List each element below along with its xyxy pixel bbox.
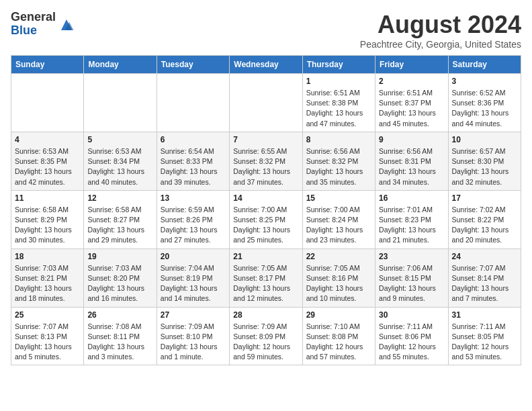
day-number: 26 <box>87 310 152 320</box>
day-cell: 7Sunrise: 6:55 AMSunset: 8:32 PMDaylight… <box>230 132 302 190</box>
day-number: 2 <box>379 77 444 86</box>
title-block: August 2024 Peachtree City, Georgia, Uni… <box>360 11 521 50</box>
day-info: Sunrise: 7:08 AMSunset: 8:11 PMDaylight:… <box>87 322 152 363</box>
day-info: Sunrise: 7:01 AMSunset: 8:23 PMDaylight:… <box>379 205 444 246</box>
day-info: Sunrise: 6:55 AMSunset: 8:32 PMDaylight:… <box>233 146 298 187</box>
day-cell <box>230 74 302 132</box>
day-info: Sunrise: 6:59 AMSunset: 8:26 PMDaylight:… <box>161 205 226 246</box>
day-info: Sunrise: 7:10 AMSunset: 8:08 PMDaylight:… <box>306 322 371 363</box>
day-cell: 26Sunrise: 7:08 AMSunset: 8:11 PMDayligh… <box>84 307 157 365</box>
day-cell: 15Sunrise: 7:00 AMSunset: 8:24 PMDayligh… <box>302 190 375 248</box>
day-number: 23 <box>379 252 444 261</box>
day-number: 31 <box>452 310 517 320</box>
day-number: 4 <box>15 135 80 144</box>
day-info: Sunrise: 6:58 AMSunset: 8:27 PMDaylight:… <box>87 205 152 246</box>
day-info: Sunrise: 7:09 AMSunset: 8:10 PMDaylight:… <box>161 322 226 363</box>
day-cell: 16Sunrise: 7:01 AMSunset: 8:23 PMDayligh… <box>375 190 448 248</box>
calendar-table: SundayMondayTuesdayWednesdayThursdayFrid… <box>11 55 521 365</box>
day-cell: 31Sunrise: 7:11 AMSunset: 8:05 PMDayligh… <box>448 307 521 365</box>
week-row-1: 1Sunrise: 6:51 AMSunset: 8:38 PMDaylight… <box>11 74 521 132</box>
day-number: 13 <box>161 193 226 203</box>
day-number: 28 <box>233 310 298 320</box>
day-cell: 13Sunrise: 6:59 AMSunset: 8:26 PMDayligh… <box>157 190 229 248</box>
day-info: Sunrise: 7:04 AMSunset: 8:19 PMDaylight:… <box>161 263 226 304</box>
logo: General Blue <box>11 11 75 38</box>
day-number: 12 <box>87 193 152 203</box>
day-number: 22 <box>306 252 371 261</box>
col-header-thursday: Thursday <box>302 56 375 74</box>
day-cell: 10Sunrise: 6:57 AMSunset: 8:30 PMDayligh… <box>448 132 521 190</box>
day-number: 11 <box>15 193 80 203</box>
day-info: Sunrise: 6:56 AMSunset: 8:31 PMDaylight:… <box>379 146 444 187</box>
month-title: August 2024 <box>360 11 521 39</box>
day-number: 17 <box>452 193 517 203</box>
day-info: Sunrise: 6:52 AMSunset: 8:36 PMDaylight:… <box>452 88 517 129</box>
day-cell: 21Sunrise: 7:05 AMSunset: 8:17 PMDayligh… <box>230 248 302 307</box>
day-cell: 19Sunrise: 7:03 AMSunset: 8:20 PMDayligh… <box>84 248 157 307</box>
logo-text: General Blue <box>11 11 56 38</box>
day-info: Sunrise: 6:53 AMSunset: 8:35 PMDaylight:… <box>15 146 80 187</box>
day-cell <box>157 74 229 132</box>
day-info: Sunrise: 7:11 AMSunset: 8:06 PMDaylight:… <box>379 322 444 363</box>
day-cell: 14Sunrise: 7:00 AMSunset: 8:25 PMDayligh… <box>230 190 302 248</box>
day-info: Sunrise: 7:07 AMSunset: 8:13 PMDaylight:… <box>15 322 80 363</box>
day-cell: 9Sunrise: 6:56 AMSunset: 8:31 PMDaylight… <box>375 132 448 190</box>
day-info: Sunrise: 7:07 AMSunset: 8:14 PMDaylight:… <box>452 263 517 304</box>
day-cell: 24Sunrise: 7:07 AMSunset: 8:14 PMDayligh… <box>448 248 521 307</box>
day-cell: 18Sunrise: 7:03 AMSunset: 8:21 PMDayligh… <box>11 248 84 307</box>
day-cell: 17Sunrise: 7:02 AMSunset: 8:22 PMDayligh… <box>448 190 521 248</box>
day-info: Sunrise: 6:58 AMSunset: 8:29 PMDaylight:… <box>15 205 80 246</box>
day-cell <box>84 74 157 132</box>
day-number: 15 <box>306 193 371 203</box>
day-info: Sunrise: 6:56 AMSunset: 8:32 PMDaylight:… <box>306 146 371 187</box>
col-header-wednesday: Wednesday <box>230 56 302 74</box>
day-number: 29 <box>306 310 371 320</box>
day-cell: 5Sunrise: 6:53 AMSunset: 8:34 PMDaylight… <box>84 132 157 190</box>
day-number: 10 <box>452 135 517 144</box>
week-row-5: 25Sunrise: 7:07 AMSunset: 8:13 PMDayligh… <box>11 307 521 365</box>
col-header-monday: Monday <box>84 56 157 74</box>
day-cell: 22Sunrise: 7:05 AMSunset: 8:16 PMDayligh… <box>302 248 375 307</box>
day-cell: 8Sunrise: 6:56 AMSunset: 8:32 PMDaylight… <box>302 132 375 190</box>
day-info: Sunrise: 7:09 AMSunset: 8:09 PMDaylight:… <box>233 322 298 363</box>
week-row-2: 4Sunrise: 6:53 AMSunset: 8:35 PMDaylight… <box>11 132 521 190</box>
week-row-4: 18Sunrise: 7:03 AMSunset: 8:21 PMDayligh… <box>11 248 521 307</box>
header-row: SundayMondayTuesdayWednesdayThursdayFrid… <box>11 56 521 74</box>
day-cell: 23Sunrise: 7:06 AMSunset: 8:15 PMDayligh… <box>375 248 448 307</box>
day-info: Sunrise: 7:06 AMSunset: 8:15 PMDaylight:… <box>379 263 444 304</box>
day-info: Sunrise: 6:57 AMSunset: 8:30 PMDaylight:… <box>452 146 517 187</box>
day-number: 3 <box>452 77 517 86</box>
day-info: Sunrise: 7:00 AMSunset: 8:25 PMDaylight:… <box>233 205 298 246</box>
day-info: Sunrise: 7:05 AMSunset: 8:16 PMDaylight:… <box>306 263 371 304</box>
col-header-sunday: Sunday <box>11 56 84 74</box>
day-number: 21 <box>233 252 298 261</box>
logo-general: General <box>11 11 56 24</box>
day-number: 5 <box>87 135 152 144</box>
day-number: 1 <box>306 77 371 86</box>
day-cell: 28Sunrise: 7:09 AMSunset: 8:09 PMDayligh… <box>230 307 302 365</box>
day-info: Sunrise: 7:05 AMSunset: 8:17 PMDaylight:… <box>233 263 298 304</box>
day-number: 30 <box>379 310 444 320</box>
day-number: 19 <box>87 252 152 261</box>
day-number: 25 <box>15 310 80 320</box>
logo-icon <box>58 17 75 33</box>
day-cell <box>11 74 84 132</box>
location-subtitle: Peachtree City, Georgia, United States <box>360 39 521 50</box>
page-header: General Blue August 2024 Peachtree City,… <box>11 11 521 50</box>
day-cell: 27Sunrise: 7:09 AMSunset: 8:10 PMDayligh… <box>157 307 229 365</box>
week-row-3: 11Sunrise: 6:58 AMSunset: 8:29 PMDayligh… <box>11 190 521 248</box>
day-info: Sunrise: 7:11 AMSunset: 8:05 PMDaylight:… <box>452 322 517 363</box>
day-info: Sunrise: 6:53 AMSunset: 8:34 PMDaylight:… <box>87 146 152 187</box>
day-cell: 20Sunrise: 7:04 AMSunset: 8:19 PMDayligh… <box>157 248 229 307</box>
day-info: Sunrise: 7:00 AMSunset: 8:24 PMDaylight:… <box>306 205 371 246</box>
day-cell: 6Sunrise: 6:54 AMSunset: 8:33 PMDaylight… <box>157 132 229 190</box>
day-cell: 11Sunrise: 6:58 AMSunset: 8:29 PMDayligh… <box>11 190 84 248</box>
day-cell: 25Sunrise: 7:07 AMSunset: 8:13 PMDayligh… <box>11 307 84 365</box>
day-info: Sunrise: 7:02 AMSunset: 8:22 PMDaylight:… <box>452 205 517 246</box>
day-number: 9 <box>379 135 444 144</box>
day-number: 8 <box>306 135 371 144</box>
day-cell: 2Sunrise: 6:51 AMSunset: 8:37 PMDaylight… <box>375 74 448 132</box>
day-number: 7 <box>233 135 298 144</box>
day-cell: 4Sunrise: 6:53 AMSunset: 8:35 PMDaylight… <box>11 132 84 190</box>
day-info: Sunrise: 6:51 AMSunset: 8:37 PMDaylight:… <box>379 88 444 129</box>
